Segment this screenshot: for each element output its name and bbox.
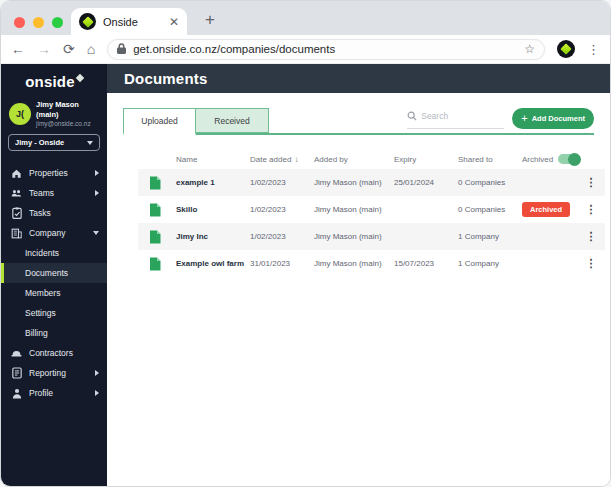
search-input[interactable] (421, 111, 491, 121)
archived-toggle[interactable] (558, 154, 580, 164)
added-by: Jimy Mason (main) (314, 259, 390, 268)
added-by: Jimy Mason (main) (314, 205, 390, 214)
column-shared-to[interactable]: Shared to (458, 155, 518, 164)
tab-title: Onside (103, 16, 162, 28)
sidebar-item-company[interactable]: Company (1, 223, 107, 243)
chevron-right-icon (95, 170, 99, 176)
shared-to: 1 Company (458, 232, 518, 241)
user-email: jimy@onside.co.nz (36, 120, 101, 127)
window-controls (14, 17, 63, 28)
sidebar-item-settings[interactable]: Settings (1, 303, 107, 323)
close-window-button[interactable] (14, 17, 25, 28)
lock-icon (117, 40, 126, 58)
sidebar-item-properties[interactable]: Properties (1, 163, 107, 183)
onside-logo: onside (1, 73, 107, 90)
page-title: Documents (124, 70, 207, 87)
zoom-window-button[interactable] (52, 17, 63, 28)
column-added-by[interactable]: Added by (314, 155, 390, 164)
address-bar[interactable]: get.onside.co.nz/companies/documents ☆ (107, 39, 545, 60)
shared-to: 0 Companies (458, 178, 518, 187)
reload-button[interactable]: ⟳ (63, 42, 75, 56)
reporting-icon (11, 367, 22, 379)
chevron-right-icon (95, 190, 99, 196)
sort-desc-icon: ↓ (294, 155, 298, 164)
shared-to: 1 Company (458, 259, 518, 268)
date-added: 1/02/2023 (250, 232, 310, 241)
column-date-added[interactable]: Date added ↓ (250, 155, 310, 164)
tasks-icon (11, 207, 22, 219)
document-icon (138, 257, 172, 271)
row-menu-icon[interactable]: ⋮ (577, 203, 605, 216)
sidebar-item-incidents[interactable]: Incidents (1, 243, 107, 263)
chevron-right-icon (95, 390, 99, 396)
add-document-button[interactable]: + Add Document (512, 108, 594, 129)
row-menu-icon[interactable]: ⋮ (577, 257, 605, 270)
minimize-window-button[interactable] (33, 17, 44, 28)
sidebar: onside J( Jimy Mason (main) jimy@onside.… (1, 64, 107, 486)
document-name[interactable]: Example owl farm (176, 259, 246, 268)
sidebar-item-teams[interactable]: Teams (1, 183, 107, 203)
table-row[interactable]: example 1 1/02/2023 Jimy Mason (main) 25… (138, 169, 605, 196)
date-added: 1/02/2023 (250, 178, 310, 187)
home-button[interactable]: ⌂ (87, 42, 95, 56)
sidebar-item-documents[interactable]: Documents (1, 263, 107, 283)
document-icon (138, 230, 172, 244)
chevron-right-icon (95, 370, 99, 376)
home-icon (11, 168, 22, 179)
table-header-row: Name Date added ↓ Added by Expiry Shared… (138, 149, 605, 169)
row-menu-icon[interactable]: ⋮ (577, 176, 605, 189)
expiry: 15/07/2023 (394, 259, 454, 268)
date-added: 1/02/2023 (250, 205, 310, 214)
onside-extension-icon[interactable] (557, 40, 575, 58)
browser-tab[interactable]: Onside ✕ (71, 8, 187, 35)
avatar: J( (9, 103, 31, 125)
table-row[interactable]: Example owl farm 31/01/2023 Jimy Mason (… (138, 250, 605, 277)
browser-menu-icon[interactable]: ⋮ (587, 42, 600, 57)
column-name[interactable]: Name (176, 155, 246, 164)
bookmark-star-icon[interactable]: ☆ (524, 42, 535, 56)
added-by: Jimy Mason (main) (314, 178, 390, 187)
search-icon (407, 107, 417, 125)
column-archived: Archived (522, 154, 580, 164)
sidebar-nav: Properties Teams Tasks Company (1, 163, 107, 403)
tab-uploaded[interactable]: Uploaded (123, 108, 196, 135)
documents-table: Name Date added ↓ Added by Expiry Shared… (138, 149, 605, 277)
expiry: 25/01/2024 (394, 178, 454, 187)
user-name: Jimy Mason (main) (36, 100, 101, 120)
archived-badge: Archived (522, 202, 570, 217)
back-button[interactable]: ← (11, 42, 25, 56)
sidebar-item-reporting[interactable]: Reporting (1, 363, 107, 383)
browser-toolbar: ← → ⟳ ⌂ get.onside.co.nz/companies/docum… (1, 35, 610, 64)
row-menu-icon[interactable]: ⋮ (577, 230, 605, 243)
user-profile: J( Jimy Mason (main) jimy@onside.co.nz (1, 100, 107, 127)
sidebar-item-contractors[interactable]: Contractors (1, 343, 107, 363)
sidebar-item-tasks[interactable]: Tasks (1, 203, 107, 223)
logo-diamond-icon (76, 74, 84, 82)
plus-icon: + (521, 113, 527, 124)
sidebar-item-billing[interactable]: Billing (1, 323, 107, 343)
document-icon (138, 176, 172, 190)
forward-button[interactable]: → (37, 42, 51, 56)
profile-icon (11, 388, 22, 399)
table-row[interactable]: Skillo 1/02/2023 Jimy Mason (main) 0 Com… (138, 196, 605, 223)
onside-favicon-icon (79, 13, 96, 30)
document-name[interactable]: Jimy Inc (176, 232, 246, 241)
table-row[interactable]: Jimy Inc 1/02/2023 Jimy Mason (main) 1 C… (138, 223, 605, 250)
document-name[interactable]: Skillo (176, 205, 246, 214)
teams-icon (11, 188, 22, 198)
browser-window: Onside ✕ + ← → ⟳ ⌂ get.onside.co.nz/comp… (0, 0, 611, 487)
contractors-icon (11, 348, 22, 358)
page-header: Documents (107, 64, 610, 93)
added-by: Jimy Mason (main) (314, 232, 390, 241)
org-selector-dropdown[interactable]: Jimy - Onside (8, 134, 100, 151)
document-name[interactable]: example 1 (176, 178, 246, 187)
sidebar-item-members[interactable]: Members (1, 283, 107, 303)
tab-close-icon[interactable]: ✕ (169, 15, 179, 29)
document-icon (138, 203, 172, 217)
tab-received[interactable]: Received (196, 108, 269, 133)
column-expiry[interactable]: Expiry (394, 155, 454, 164)
sidebar-item-profile[interactable]: Profile (1, 383, 107, 403)
new-tab-button[interactable]: + (205, 10, 215, 30)
company-icon (11, 228, 22, 239)
search-box[interactable] (407, 107, 504, 129)
